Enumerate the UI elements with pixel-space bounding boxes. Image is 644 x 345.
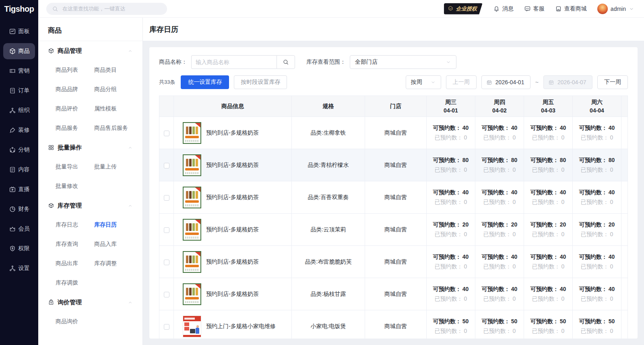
org-icon <box>9 107 16 114</box>
submenu-item[interactable]: 商品评价 <box>56 99 94 118</box>
submenu-item[interactable]: 库存调整 <box>94 254 133 273</box>
sidebar-item-label: 面板 <box>19 28 30 35</box>
sidebar-item-content[interactable]: 内容 <box>3 162 35 178</box>
period-select[interactable]: 按周 <box>406 75 441 89</box>
row-checkbox[interactable] <box>164 131 169 136</box>
submenu-item[interactable]: 商品出库 <box>56 254 94 273</box>
available-count: 可预约数：50 <box>573 318 621 325</box>
prev-week-button[interactable]: 上一周 <box>446 75 477 89</box>
product-search-button[interactable] <box>277 55 295 69</box>
date-label: 04-02 <box>475 106 524 114</box>
chevron-up-icon[interactable] <box>128 48 133 54</box>
page-header: 库存日历 <box>143 18 644 41</box>
sidebar-item-live[interactable]: 直播 <box>3 181 35 197</box>
app-logo[interactable]: Tigshop <box>0 0 38 18</box>
sidebar-item-dist[interactable]: 分销 <box>3 142 35 158</box>
submenu-item[interactable]: 商品服务 <box>56 118 94 138</box>
day-cell: 可预约数：20已预约数：0 <box>427 214 475 246</box>
available-count: 可预约数：40 <box>573 286 621 293</box>
sidebar-item-org[interactable]: 组织 <box>3 102 35 118</box>
global-search[interactable] <box>46 3 167 15</box>
booked-count: 已预约数：0 <box>524 134 572 141</box>
sidebar-item-goods[interactable]: 商品 <box>3 43 35 59</box>
messages-link[interactable]: 消息 <box>493 5 514 12</box>
content-icon <box>9 166 16 173</box>
submenu-item[interactable]: 批量修改 <box>56 177 94 196</box>
sidebar-item-settings[interactable]: 设置 <box>3 260 35 276</box>
start-date-input[interactable]: 2026-04-01 <box>481 75 530 89</box>
settings-icon <box>9 265 16 272</box>
chevron-up-icon[interactable] <box>128 300 133 305</box>
day-cell: 可预约数：50已预约数：0 <box>427 310 475 339</box>
end-date-input[interactable]: 2026-04-07 <box>543 75 592 89</box>
view-mall-link[interactable]: 查看商城 <box>555 5 587 12</box>
support-link[interactable]: 客服 <box>524 5 545 12</box>
deco-icon <box>9 127 16 134</box>
submenu-item[interactable]: 商品类目 <box>94 60 133 80</box>
submenu-item[interactable]: 商品列表 <box>56 60 94 80</box>
day-cell: 可预约数：20已预约数：0 <box>573 214 621 246</box>
header-checkbox-cell <box>159 96 174 117</box>
sidebar-item-dashboard[interactable]: 面板 <box>3 23 35 39</box>
submenu-section-grid[interactable]: 批量操作 <box>48 138 133 157</box>
submenu-item[interactable]: 库存日志 <box>56 215 94 235</box>
weekday-label: 周四 <box>475 98 524 106</box>
sidebar-item-orders[interactable]: 订单 <box>3 83 35 99</box>
hexagon-check-icon <box>448 6 454 12</box>
row-checkbox[interactable] <box>164 163 169 168</box>
chevron-up-icon[interactable] <box>128 203 133 208</box>
submenu-item[interactable]: 库存日历 <box>94 215 133 235</box>
booked-count: 已预约数：0 <box>524 199 572 206</box>
clipped-cell <box>621 310 628 339</box>
global-search-input[interactable] <box>62 5 161 12</box>
submenu-item[interactable]: 商品询价 <box>56 312 94 331</box>
submenu-item[interactable]: 批量上传 <box>94 157 133 177</box>
sidebar-item-marketing[interactable]: 营销 <box>3 63 35 79</box>
day-cell: 可预约数：50已预约数：0 <box>475 310 524 339</box>
product-image <box>183 154 201 176</box>
row-checkbox[interactable] <box>164 195 169 201</box>
scope-select[interactable]: 全部门店 <box>350 55 456 69</box>
booked-count: 已预约数：0 <box>573 199 621 206</box>
submenu-section-inquiry[interactable]: 询价管理 <box>48 293 133 312</box>
user-menu[interactable]: admin <box>597 4 634 14</box>
submenu-section-goods[interactable]: 商品管理 <box>48 41 133 60</box>
booked-count: 已预约数：0 <box>427 328 475 335</box>
sidebar-item-finance[interactable]: 财务 <box>3 201 35 217</box>
booked-count: 已预约数：0 <box>573 328 621 335</box>
set-stock-by-period-button[interactable]: 按时段设置库存 <box>234 75 287 89</box>
booked-count: 已预约数：0 <box>475 199 524 206</box>
day-cell: 可预约数：40已预约数：0 <box>573 117 621 149</box>
sidebar-item-deco[interactable]: 装修 <box>3 122 35 138</box>
product-name-input[interactable] <box>191 55 277 69</box>
booked-count: 已预约数：0 <box>475 328 524 335</box>
set-stock-button[interactable]: 统一设置库存 <box>181 75 229 89</box>
next-week-button[interactable]: 下一周 <box>597 75 628 89</box>
topbar: 企业授权 消息 客服 查看商城 admin <box>38 0 644 18</box>
submenu-item[interactable]: 商品售后服务 <box>94 118 133 138</box>
sidebar-item-auth[interactable]: 权限 <box>3 241 35 257</box>
submenu-section-stock[interactable]: 库存管理 <box>48 196 133 215</box>
available-count: 可预约数：40 <box>524 125 572 132</box>
row-checkbox[interactable] <box>164 227 169 233</box>
table-row: 预约到店-多规格奶茶品类:生椰拿铁商城自营可预约数：40已预约数：0可预约数：4… <box>159 117 628 149</box>
store-name: 商城自营 <box>365 278 427 310</box>
submenu-item[interactable]: 商品入库 <box>94 235 133 254</box>
enterprise-license-badge[interactable]: 企业授权 <box>444 3 483 15</box>
sidebar-item-label: 商品 <box>19 48 30 55</box>
submenu-item[interactable]: 库存调拨 <box>56 273 94 293</box>
booked-count: 已预约数：0 <box>475 295 524 303</box>
row-checkbox[interactable] <box>164 260 169 265</box>
submenu-item[interactable]: 商品分组 <box>94 80 133 99</box>
submenu-item[interactable]: 属性模板 <box>94 99 133 118</box>
available-count: 可预约数：20 <box>524 221 572 229</box>
submenu-item[interactable]: 库存查询 <box>56 235 94 254</box>
day-cell: 可预约数：50已预约数：0 <box>573 310 621 339</box>
submenu-item[interactable]: 商品品牌 <box>56 80 94 99</box>
available-count: 可预约数：40 <box>524 286 572 293</box>
submenu-item[interactable]: 批量导出 <box>56 157 94 177</box>
row-checkbox[interactable] <box>164 292 169 297</box>
row-checkbox[interactable] <box>164 324 169 330</box>
sidebar-item-member[interactable]: 会员 <box>3 221 35 237</box>
chevron-up-icon[interactable] <box>128 145 133 150</box>
